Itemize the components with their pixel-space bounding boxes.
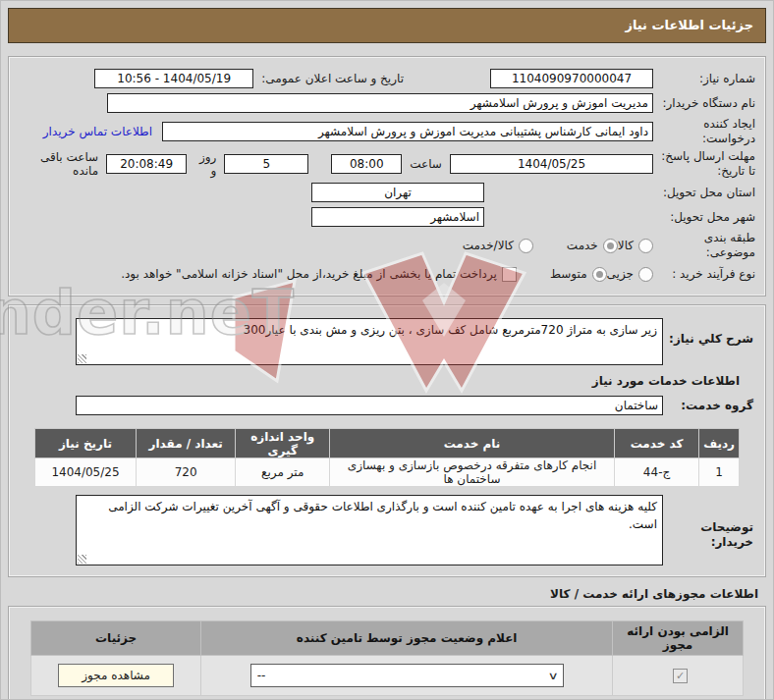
cell-license-required: ✓ (613, 656, 744, 696)
process-type-row: نوع فرآیند خرید : جزیی متوسط پرداخت تمام… (19, 263, 755, 285)
services-groupbox: شرح کلي نیاز: زیر سازی به متراژ 720مترمر… (8, 304, 766, 577)
announce-datetime-field[interactable] (94, 69, 253, 88)
radio-goods[interactable] (638, 239, 653, 253)
page-title: جزئیات اطلاعات نیاز (8, 8, 766, 43)
radio-goods-service[interactable] (519, 239, 533, 253)
licenses-heading: اطلاعات مجوزهای ارائه خدمت / کالا (0, 587, 758, 601)
treasury-checkbox[interactable] (502, 267, 517, 282)
buyer-org-field[interactable] (107, 93, 653, 113)
request-creator-row: ایجاد کننده درخواست: اطلاعات تماس خریدار (19, 117, 755, 146)
classification-row: طبقه بندی موضوعی: کالا خدمت کالا/خدمت (19, 231, 755, 260)
buyer-contact-link[interactable]: اطلاعات تماس خریدار (43, 125, 152, 138)
resize-grip-icon[interactable] (78, 354, 86, 363)
radio-partial-label: جزیی (607, 267, 634, 281)
licenses-table-header-row: الزامی بودن ارائه مجوز اعلام وضعیت مجوز … (31, 621, 744, 656)
licenses-table-row: ✓ ∨ -- مشاهده مجوز (31, 656, 744, 696)
licenses-table: الزامی بودن ارائه مجوز اعلام وضعیت مجوز … (30, 620, 744, 696)
service-group-row: گروه خدمت: (21, 395, 753, 416)
city-label: شهر محل تحویل: (653, 210, 755, 225)
buyer-notes-label: توضیحات خریدار: (663, 495, 753, 550)
licenses-groupbox: الزامی بودن ارائه مجوز اعلام وضعیت مجوز … (8, 606, 766, 700)
col-need-date: تاریخ نیاز (35, 429, 137, 458)
service-group-field[interactable] (76, 396, 663, 415)
request-info-groupbox: شماره نیاز: تاریخ و ساعت اعلان عمومی: نا… (8, 56, 766, 296)
cell-service-code: ج-44 (614, 458, 698, 487)
city-row: شهر محل تحویل: (19, 206, 755, 228)
services-info-heading: اطلاعات خدمات مورد نیاز (21, 374, 740, 388)
services-table-row: 1 ج-44 انجام کارهای متفرقه درخصوص بازساز… (35, 458, 740, 487)
deadline-label: مهلت ارسال پاسخ: تا تاریخ: (653, 149, 755, 179)
remaining-days-field[interactable] (224, 154, 308, 174)
radio-partial[interactable] (638, 267, 653, 282)
general-description-label: شرح کلي نیاز: (663, 318, 753, 347)
cell-license-status: ∨ -- (201, 656, 613, 696)
city-field[interactable] (311, 207, 484, 227)
services-table: ردیف کد خدمت نام خدمت واحد اندازه گیری ت… (34, 428, 740, 487)
radio-medium[interactable] (592, 267, 607, 282)
cell-row-number: 1 (699, 458, 740, 487)
chevron-down-icon: ∨ (547, 670, 558, 682)
col-row-number: ردیف (699, 429, 740, 458)
days-and-label: روز و (194, 150, 216, 178)
buyer-org-label: نام دستگاه خریدار: (653, 96, 755, 111)
col-license-status: اعلام وضعیت مجوز توسط تامین کننده (201, 621, 613, 656)
buyer-org-row: نام دستگاه خریدار: (19, 92, 755, 114)
col-service-code: کد خدمت (614, 429, 698, 458)
col-license-details: جزئیات (31, 621, 201, 656)
license-status-value: -- (257, 669, 266, 682)
services-table-header-row: ردیف کد خدمت نام خدمت واحد اندازه گیری ت… (35, 429, 740, 458)
request-creator-field[interactable] (162, 122, 653, 141)
license-required-checkbox[interactable]: ✓ (673, 669, 688, 683)
deadline-row: مهلت ارسال پاسخ: تا تاریخ: ساعت روز و سا… (19, 149, 755, 179)
col-license-required: الزامی بودن ارائه مجوز (613, 621, 744, 656)
remaining-time-field[interactable] (106, 154, 187, 174)
radio-goods-service-label: کالا/خدمت (463, 239, 514, 252)
check-icon: ✓ (676, 671, 685, 681)
view-license-button[interactable]: مشاهده مجوز (58, 664, 174, 687)
cell-need-date: 1404/05/25 (35, 458, 137, 487)
general-description-textarea[interactable]: زیر سازی به متراژ 720مترمربع شامل کف ساز… (76, 318, 663, 365)
deadline-hour-label: ساعت (410, 157, 442, 171)
col-unit: واحد اندازه گیری (236, 429, 330, 458)
remaining-hours-label: ساعت باقی مانده (27, 150, 98, 178)
treasury-note: پرداخت تمام یا بخشی از مبلغ خرید،از محل … (121, 267, 497, 281)
cell-license-details: مشاهده مجوز (31, 656, 201, 696)
radio-medium-label: متوسط (550, 267, 587, 281)
need-number-row: شماره نیاز: تاریخ و ساعت اعلان عمومی: (19, 68, 755, 89)
cell-quantity: 720 (136, 458, 235, 487)
need-number-label: شماره نیاز: (653, 72, 755, 86)
buyer-notes-textarea[interactable]: کلیه هزینه های اجرا به عهده تامین کننده … (76, 495, 663, 565)
request-creator-label: ایجاد کننده درخواست: (653, 117, 755, 146)
announce-datetime-label: تاریخ و ساعت اعلان عمومی: (261, 72, 404, 85)
radio-service-label: خدمت (567, 239, 598, 252)
tender-details-window: { "title_bar": { "title": "جزئیات اطلاعا… (0, 0, 774, 700)
radio-goods-label: کالا (618, 239, 634, 252)
general-description-row: شرح کلي نیاز: زیر سازی به متراژ 720مترمر… (21, 318, 753, 365)
radio-service[interactable] (603, 239, 618, 253)
deadline-time-field[interactable] (331, 154, 402, 174)
resize-grip-icon[interactable] (78, 555, 86, 564)
cell-service-name: انجام کارهای متفرقه درخصوص بازسازی و بهس… (330, 458, 615, 487)
process-type-label: نوع فرآیند خرید : (653, 267, 755, 282)
province-field[interactable] (311, 183, 484, 202)
classification-label: طبقه بندی موضوعی: (653, 231, 755, 260)
province-row: استان محل تحویل: (19, 182, 755, 203)
province-label: استان محل تحویل: (653, 186, 755, 200)
service-group-label: گروه خدمت: (663, 399, 753, 413)
deadline-date-field[interactable] (450, 154, 653, 174)
buyer-notes-row: توضیحات خریدار: کلیه هزینه های اجرا به ع… (21, 495, 753, 565)
col-quantity: تعداد / مقدار (136, 429, 235, 458)
cell-unit: متر مربع (236, 458, 330, 487)
need-number-field[interactable] (490, 69, 653, 88)
license-status-select[interactable]: ∨ -- (250, 664, 564, 687)
col-service-name: نام خدمت (330, 429, 615, 458)
